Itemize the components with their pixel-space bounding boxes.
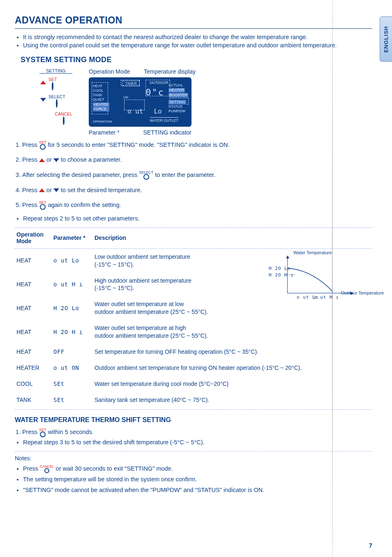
panel-top-right-label: Temperature display (144, 68, 196, 75)
water-temp-graph: Water Temperature Outdoor Temperature H … (252, 256, 376, 305)
down-triangle-icon (40, 98, 46, 102)
select-label: SELECT (48, 94, 65, 99)
thermo-step-1: Press SET within 5 seconds. (22, 427, 372, 437)
page-number: 7 (369, 542, 372, 549)
step-3: After selecting the desired parameter, p… (22, 170, 372, 180)
step-4: Press or to set the desired temperature. (22, 185, 372, 195)
instruction-steps: Press SET for 5 seconds to enter "SETTIN… (15, 140, 372, 210)
step-2: Press or to choose a parameter. (22, 155, 372, 165)
ind-status: STATUS (168, 104, 182, 109)
set-label: SET (48, 77, 57, 82)
mode-list: HEAT COOL TANK QUIET HEATER FORCE (93, 84, 109, 111)
outdoor-label: OUTDOOR (150, 81, 168, 85)
set-icon-3: SET (39, 428, 46, 437)
on-label: ON (123, 95, 128, 99)
cancel-circle-icon (63, 116, 65, 125)
th-operation-mode: Operation Mode (15, 228, 52, 247)
graph-x2: o ut H ı (314, 295, 339, 300)
cell-description: Outdoor ambient set temperature for turn… (93, 360, 372, 376)
cancel-button-row: CANCEL (40, 110, 72, 125)
setting-block-title: SETTING (39, 68, 72, 74)
table-row: TANKSEtSanitary tank set temperature (40… (15, 392, 372, 408)
mode-heater: HEATER (93, 102, 109, 107)
notes-header: Notes: (15, 455, 372, 462)
th-description: Description (93, 228, 372, 247)
note-1: Press CANCEL or wait 30 seconds to exit … (23, 463, 372, 474)
select-icon: SELECT (139, 171, 154, 180)
dotted-rule-2 (15, 409, 372, 410)
seg-display-mid: o ut (127, 107, 143, 115)
cell-mode: COOL (15, 376, 52, 392)
table-row: HEATERo ut ONOutdoor ambient set tempera… (15, 360, 372, 376)
mode-heat: HEAT (93, 84, 109, 88)
step-1: Press SET for 5 seconds to enter "SETTIN… (22, 140, 372, 150)
mode-quiet: QUIET (93, 97, 109, 102)
cell-mode: HEAT (15, 273, 52, 297)
ind-heater: HEATER (168, 88, 185, 93)
water-outlet-label: WATER OUTLET (150, 117, 179, 123)
top-note-1: It is strongly recommended to contact th… (23, 33, 372, 41)
panel-top-left-label: Operation Mode (89, 68, 130, 75)
cell-description: Set temperature for turning OFF heating … (93, 344, 372, 360)
cell-mode: HEAT (15, 344, 52, 360)
up-icon-2 (39, 188, 45, 192)
down-icon (53, 158, 59, 162)
set-icon-2: SET (39, 201, 46, 210)
thermo-steps: Press SET within 5 seconds. (15, 427, 372, 437)
cell-parameter: H 2O Lo (52, 296, 93, 320)
cell-description: Sanitary tank set temperature (40°C ~ 75… (93, 392, 372, 408)
cell-parameter: OFF (52, 344, 93, 360)
language-label: ENGLISH (383, 26, 389, 53)
up-icon (39, 158, 45, 162)
cell-mode: HEAT (15, 249, 52, 273)
cancel-label: CANCEL (55, 111, 72, 116)
mode-cool: COOL (93, 88, 109, 93)
timer-label: TIMER (122, 81, 140, 86)
select-circle-icon (56, 99, 58, 108)
ind-setting: SETTING (168, 100, 186, 104)
down-icon-2 (53, 188, 59, 192)
cancel-icon: CANCEL (40, 465, 54, 473)
language-side-tab: ENGLISH (380, 16, 392, 62)
page-title: ADVANCE OPERATION (15, 15, 372, 29)
mode-force: FORCE (93, 107, 109, 111)
cell-mode: TANK (15, 392, 52, 408)
right-indicator-col: ACTUAL HEATER BOOSTER SETTING STATUS PUM… (168, 83, 188, 114)
operation-label: OPERATION (93, 120, 112, 123)
up-triangle-icon (40, 81, 46, 84)
mode-tank: TANK (93, 93, 109, 97)
section-system-setting-mode: SYSTEM SETTING MODE (21, 56, 372, 64)
graph-xlabel: Outdoor Temperature (341, 290, 384, 295)
notes-list: Press CANCEL or wait 30 seconds to exit … (15, 463, 372, 495)
set-circle-icon (52, 82, 53, 91)
ind-booster: BOOSTER (168, 93, 188, 97)
set-button-row: SET (40, 75, 72, 90)
setting-buttons-block: SETTING SET SELECT CANCEL (39, 68, 72, 127)
diagram-row: SETTING SET SELECT CANCEL (39, 68, 372, 136)
lcd-panel-block: Operation Mode Temperature display HEAT … (89, 68, 196, 136)
cell-parameter: o ut H ı (52, 273, 93, 297)
note-3: "SETTING" mode cannot be activated when … (23, 485, 372, 495)
section-thermo-shift: WATER TEMPERATURE THERMO SHIFT SETTING (15, 416, 372, 424)
cell-mode: HEATER (15, 360, 52, 376)
cell-parameter: H 2O H ı (52, 320, 93, 344)
ind-actual: ACTUAL (168, 83, 183, 87)
set-icon: SET (39, 141, 46, 150)
panel-bottom-left-label: Parameter * (89, 129, 120, 136)
cell-parameter: SEt (52, 376, 93, 392)
th-parameter: Parameter * (52, 228, 93, 247)
top-note-2: Using the control panel could set the te… (23, 41, 372, 49)
cell-description: Water outlet set temperature at high out… (93, 320, 372, 344)
ind-pumpdw: PUMPDW (168, 109, 185, 113)
select-button-row: SELECT (40, 93, 72, 107)
table-row: COOLSEtWater set temperature during cool… (15, 376, 372, 392)
seg-display-lo: Lo (154, 107, 162, 115)
cell-mode: HEAT (15, 320, 52, 344)
thermo-repeat: Repeat steps 3 to 5 to set the desired s… (23, 439, 372, 446)
panel-bottom-right-label: SETTING indicator (143, 129, 191, 136)
cell-parameter: SEt (52, 392, 93, 408)
step-5: Press SET again to confirm the setting. (22, 200, 372, 210)
table-row: HEATOFFSet temperature for turning OFF h… (15, 344, 372, 360)
cell-description: Water set temperature during cool mode (… (93, 376, 372, 392)
cell-parameter: o ut ON (52, 360, 93, 376)
